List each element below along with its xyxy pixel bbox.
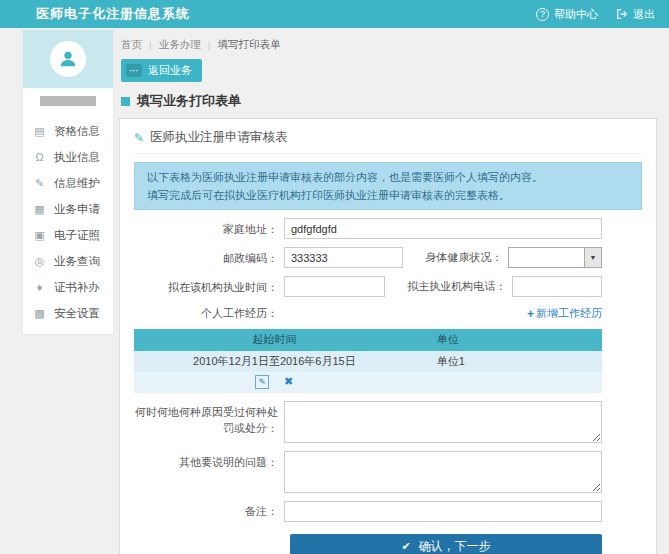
remark-input[interactable] bbox=[284, 501, 602, 522]
remark-row: 备注： bbox=[134, 501, 602, 522]
confirm-button-label: 确认，下一步 bbox=[419, 538, 491, 554]
business-application-icon: ▦ bbox=[33, 203, 46, 216]
electronic-license-icon: ▣ bbox=[33, 229, 46, 242]
sidebar-item-electronic-license[interactable]: ▣ 电子证照 bbox=[23, 222, 113, 248]
main-content: 首页 | 业务办理 | 填写打印表单 ⋯ 返回业务 填写业务打印表单 ✎ 医师执… bbox=[119, 30, 657, 554]
sidebar-item-label: 执业信息 bbox=[54, 150, 100, 165]
breadcrumb-separator: | bbox=[149, 39, 152, 51]
breadcrumb-separator: | bbox=[208, 39, 211, 51]
postal-code-input[interactable] bbox=[284, 247, 403, 268]
health-status-select[interactable]: ▼ bbox=[508, 247, 602, 268]
back-button-icon: ⋯ bbox=[126, 64, 142, 77]
practice-time-input[interactable] bbox=[284, 276, 385, 297]
postal-code-label: 邮政编码： bbox=[134, 250, 284, 267]
sidebar-item-label: 证书补办 bbox=[54, 280, 100, 295]
punishment-label: 何时何地何种原因受过何种处罚或处分： bbox=[134, 401, 284, 437]
table-row: 2010年12月1日至2016年6月15日 单位1 bbox=[134, 351, 602, 372]
practice-info-icon: Ω bbox=[33, 151, 46, 163]
plus-icon: + bbox=[527, 307, 534, 321]
sidebar-item-info-maintenance[interactable]: ✎ 信息维护 bbox=[23, 170, 113, 196]
qualification-info-icon: ▤ bbox=[33, 125, 46, 138]
help-label: 帮助中心 bbox=[554, 7, 598, 22]
breadcrumb-business-handling[interactable]: 业务办理 bbox=[159, 38, 201, 52]
help-icon: ? bbox=[536, 8, 549, 21]
home-address-row: 家庭地址： bbox=[134, 218, 602, 239]
header-actions: ? 帮助中心 退出 bbox=[536, 7, 655, 22]
logout-icon bbox=[616, 8, 628, 20]
avatar bbox=[50, 41, 86, 77]
app-title: 医师电子化注册信息系统 bbox=[36, 5, 190, 23]
work-experience-label: 个人工作经历： bbox=[134, 305, 284, 322]
punishment-row: 何时何地何种原因受过何种处罚或处分： bbox=[134, 401, 602, 443]
form-title-text: 医师执业注册申请审核表 bbox=[150, 129, 288, 146]
empty-cell bbox=[415, 372, 602, 393]
column-header-start-time: 起始时间 bbox=[134, 329, 415, 351]
logout-link[interactable]: 退出 bbox=[616, 7, 655, 22]
sidebar-item-security-settings[interactable]: ▩ 安全设置 bbox=[23, 300, 113, 326]
notice-line-1: 以下表格为医师执业注册申请审核表的部分内容，也是需要医师个人填写的内容。 bbox=[147, 168, 629, 186]
add-work-experience-label: 新增工作经历 bbox=[536, 306, 602, 321]
title-square-bullet-icon bbox=[121, 97, 130, 106]
security-settings-icon: ▩ bbox=[33, 307, 46, 320]
notice-banner: 以下表格为医师执业注册申请审核表的部分内容，也是需要医师个人填写的内容。 填写完… bbox=[134, 162, 642, 210]
confirm-next-step-button[interactable]: ✔ 确认，下一步 bbox=[290, 534, 602, 554]
sidebar: ▤ 资格信息 Ω 执业信息 ✎ 信息维护 ▦ 业务申请 ▣ 电子证照 bbox=[23, 30, 113, 334]
back-to-business-button[interactable]: ⋯ 返回业务 bbox=[121, 59, 202, 82]
other-issues-textarea[interactable] bbox=[284, 451, 602, 493]
user-name-box bbox=[23, 88, 113, 114]
business-query-icon: ◎ bbox=[33, 255, 46, 268]
sidebar-item-certificate-reissue[interactable]: ♦ 证书补办 bbox=[23, 274, 113, 300]
remark-label: 备注： bbox=[134, 503, 284, 520]
back-button-label: 返回业务 bbox=[148, 63, 192, 78]
sidebar-menu: ▤ 资格信息 Ω 执业信息 ✎ 信息维护 ▦ 业务申请 ▣ 电子证照 bbox=[23, 114, 113, 326]
select-dropdown-arrow-icon[interactable]: ▼ bbox=[584, 248, 601, 267]
table-header-row: 起始时间 单位 bbox=[134, 329, 602, 351]
sidebar-item-label: 安全设置 bbox=[54, 306, 100, 321]
page-title-text: 填写业务打印表单 bbox=[137, 92, 241, 110]
sidebar-item-label: 业务申请 bbox=[54, 202, 100, 217]
doctor-avatar-icon bbox=[57, 48, 79, 70]
home-address-label: 家庭地址： bbox=[134, 221, 284, 238]
help-center-link[interactable]: ? 帮助中心 bbox=[536, 7, 598, 22]
user-name-redacted bbox=[40, 96, 96, 106]
sidebar-item-label: 信息维护 bbox=[54, 176, 100, 191]
info-maintenance-icon: ✎ bbox=[33, 177, 46, 190]
breadcrumb: 首页 | 业务办理 | 填写打印表单 bbox=[119, 30, 657, 56]
notice-line-2: 填写完成后可在拟执业医疗机构打印医师执业注册申请审核表的完整表格。 bbox=[147, 186, 629, 204]
logout-label: 退出 bbox=[633, 7, 655, 22]
add-work-experience-link[interactable]: + 新增工作经历 bbox=[527, 306, 602, 321]
breadcrumb-home[interactable]: 首页 bbox=[121, 38, 142, 52]
form-card: ✎ 医师执业注册申请审核表 以下表格为医师执业注册申请审核表的部分内容，也是需要… bbox=[119, 118, 657, 554]
body-row: ▤ 资格信息 Ω 执业信息 ✎ 信息维护 ▦ 业务申请 ▣ 电子证照 bbox=[0, 28, 669, 554]
org-phone-input[interactable] bbox=[512, 276, 602, 297]
sidebar-item-label: 资格信息 bbox=[54, 124, 100, 139]
practice-time-phone-row: 拟在该机构执业时间： 拟主执业机构电话： bbox=[134, 276, 602, 297]
check-icon: ✔ bbox=[401, 540, 410, 553]
avatar-box bbox=[23, 30, 113, 88]
home-address-input[interactable] bbox=[284, 218, 602, 239]
delete-row-icon[interactable]: ✖ bbox=[284, 375, 293, 387]
other-issues-label: 其他要说明的问题： bbox=[134, 451, 284, 471]
health-status-label: 身体健康状况： bbox=[403, 250, 508, 265]
work-experience-unit: 单位1 bbox=[415, 351, 602, 372]
table-actions-row: ✎ ✖ bbox=[134, 372, 602, 393]
edit-row-icon[interactable]: ✎ bbox=[255, 375, 269, 389]
postal-health-row: 邮政编码： 身体健康状况： ▼ bbox=[134, 247, 602, 268]
org-phone-label: 拟主执业机构电话： bbox=[385, 279, 512, 294]
work-experience-period: 2010年12月1日至2016年6月15日 bbox=[134, 351, 415, 372]
other-issues-row: 其他要说明的问题： bbox=[134, 451, 602, 493]
top-header: 医师电子化注册信息系统 ? 帮助中心 退出 bbox=[0, 0, 669, 28]
work-experience-table: 起始时间 单位 2010年12月1日至2016年6月15日 单位1 bbox=[134, 329, 602, 393]
page-title: 填写业务打印表单 bbox=[121, 92, 657, 110]
row-actions: ✎ ✖ bbox=[134, 372, 415, 393]
practice-time-label: 拟在该机构执业时间： bbox=[134, 279, 284, 296]
work-experience-row: 个人工作经历： + 新增工作经历 bbox=[134, 305, 602, 322]
certificate-reissue-icon: ♦ bbox=[33, 281, 46, 293]
sidebar-item-qualification-info[interactable]: ▤ 资格信息 bbox=[23, 118, 113, 144]
sidebar-item-business-application[interactable]: ▦ 业务申请 bbox=[23, 196, 113, 222]
sidebar-item-label: 业务查询 bbox=[54, 254, 100, 269]
punishment-textarea[interactable] bbox=[284, 401, 602, 443]
sidebar-item-business-query[interactable]: ◎ 业务查询 bbox=[23, 248, 113, 274]
form-body: 家庭地址： 邮政编码： 身体健康状况： ▼ 拟在该机构执业时间： bbox=[134, 218, 642, 554]
sidebar-item-practice-info[interactable]: Ω 执业信息 bbox=[23, 144, 113, 170]
